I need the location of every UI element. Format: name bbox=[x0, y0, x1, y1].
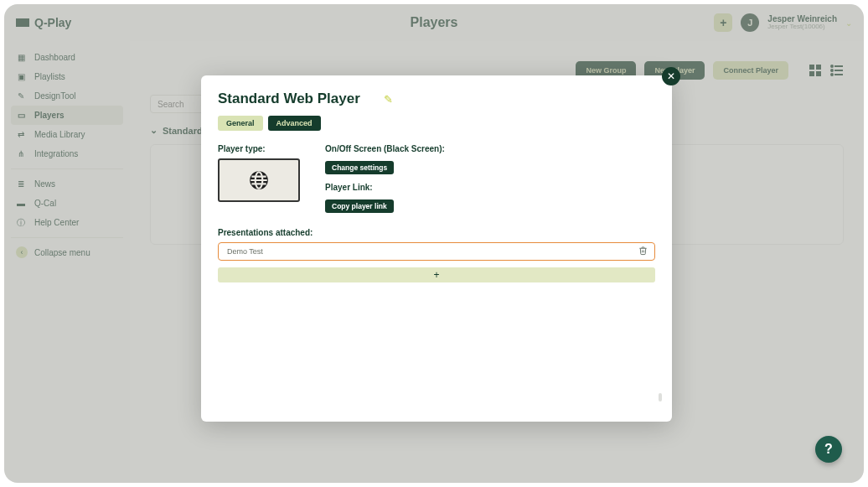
tab-general[interactable]: General bbox=[218, 116, 263, 131]
player-settings-modal: ✕ Standard Web Player ✎ General Advanced… bbox=[201, 75, 672, 422]
presentations-label: Presentations attached: bbox=[218, 228, 655, 237]
onoff-section: On/Off Screen (Black Screen): Change set… bbox=[325, 144, 655, 174]
player-link-section: Player Link: Copy player link bbox=[325, 183, 655, 213]
player-type-tile[interactable] bbox=[218, 158, 300, 202]
app-frame: Q-Play Players + J Jesper Weinreich Jesp… bbox=[4, 4, 864, 483]
modal-body: Player type: On/Off Screen (Black Screen… bbox=[218, 144, 655, 213]
globe-icon bbox=[248, 169, 270, 191]
scroll-thumb bbox=[659, 393, 662, 402]
modal-right-column: On/Off Screen (Black Screen): Change set… bbox=[325, 144, 655, 213]
presentation-name: Demo Test bbox=[227, 247, 263, 256]
modal-title: Standard Web Player bbox=[218, 91, 360, 107]
edit-title-button[interactable]: ✎ bbox=[384, 93, 393, 106]
modal-tabs: General Advanced bbox=[218, 116, 655, 131]
add-presentation-button[interactable]: + bbox=[218, 267, 655, 282]
delete-presentation-button[interactable] bbox=[638, 244, 648, 259]
presentation-row[interactable]: Demo Test bbox=[218, 242, 655, 261]
tab-advanced[interactable]: Advanced bbox=[268, 116, 321, 131]
trash-icon bbox=[638, 246, 648, 256]
presentations-section: Presentations attached: Demo Test + bbox=[218, 228, 655, 282]
close-button[interactable]: ✕ bbox=[662, 67, 680, 85]
modal-scrollbar[interactable] bbox=[659, 210, 662, 402]
help-fab[interactable]: ? bbox=[815, 436, 842, 463]
player-type-label: Player type: bbox=[218, 144, 300, 153]
modal-title-row: Standard Web Player ✎ bbox=[218, 91, 655, 107]
question-icon: ? bbox=[824, 442, 833, 457]
copy-player-link-button[interactable]: Copy player link bbox=[325, 199, 394, 213]
plus-icon: + bbox=[433, 269, 439, 281]
change-settings-button[interactable]: Change settings bbox=[325, 161, 394, 174]
close-icon: ✕ bbox=[667, 70, 675, 82]
player-link-label: Player Link: bbox=[325, 183, 655, 192]
onoff-label: On/Off Screen (Black Screen): bbox=[325, 144, 655, 153]
pencil-icon: ✎ bbox=[384, 93, 393, 106]
modal-left-column: Player type: bbox=[218, 144, 300, 213]
